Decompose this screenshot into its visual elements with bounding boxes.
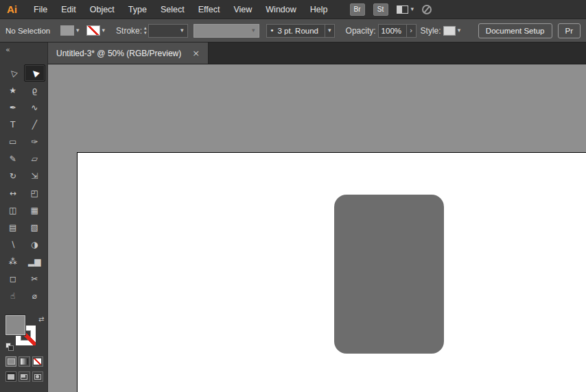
rotate-tool[interactable]: ↻ xyxy=(2,167,24,184)
arrange-documents-icon xyxy=(397,5,408,14)
menu-item-type[interactable]: Type xyxy=(121,5,154,14)
stroke-weight-dropdown[interactable]: ▾ xyxy=(148,24,188,38)
width-tool[interactable]: ↔ xyxy=(2,184,24,201)
width-tool-icon: ↔ xyxy=(10,189,16,197)
stroke-none-swatch-icon xyxy=(86,25,100,36)
opacity-input[interactable] xyxy=(378,24,407,38)
opacity-slider-button[interactable]: › xyxy=(407,24,417,38)
slice-tool[interactable]: ✂ xyxy=(24,270,46,287)
symbol-sprayer-tool-icon: ⁂ xyxy=(9,258,17,266)
line-segment-tool[interactable]: ╱ xyxy=(24,116,46,133)
column-graph-tool[interactable]: ▂▆ xyxy=(24,253,46,270)
artboard-tool-icon: ◻ xyxy=(10,275,16,283)
chevron-down-icon: ▾ xyxy=(252,27,255,34)
zoom-tool[interactable]: ⌀ xyxy=(24,287,46,304)
free-transform-tool-icon: ◰ xyxy=(31,189,38,197)
free-transform-tool[interactable]: ◰ xyxy=(24,184,46,201)
preferences-button[interactable]: Pr xyxy=(558,23,581,38)
style-swatch-icon xyxy=(443,26,456,36)
rounded-rectangle-shape[interactable] xyxy=(334,195,444,354)
canvas[interactable] xyxy=(48,64,586,392)
none-icon xyxy=(34,358,41,365)
magic-wand-tool[interactable]: ★ xyxy=(2,82,24,99)
none-button[interactable] xyxy=(32,356,43,367)
gradient-button[interactable] xyxy=(19,356,30,367)
draw-inside-button[interactable] xyxy=(32,371,43,382)
scale-tool[interactable]: ⇲ xyxy=(24,167,46,184)
menu-item-edit[interactable]: Edit xyxy=(54,5,83,14)
blend-tool[interactable]: ◑ xyxy=(24,236,46,253)
document-tab-bar: Untitled-3* @ 50% (RGB/Preview) × xyxy=(48,42,586,64)
chevron-down-icon: ▾ xyxy=(328,27,331,34)
selection-status-label: No Selection xyxy=(5,27,60,35)
scale-tool-icon: ⇲ xyxy=(31,172,38,180)
menu-item-object[interactable]: Object xyxy=(83,5,121,14)
workspace: Untitled-3* @ 50% (RGB/Preview) × xyxy=(48,42,586,392)
arrange-documents-button[interactable]: ▾ xyxy=(397,5,414,14)
stock-button[interactable]: St xyxy=(373,3,388,16)
menu-item-effect[interactable]: Effect xyxy=(191,5,227,14)
slice-tool-icon: ✂ xyxy=(31,275,38,283)
swap-fill-stroke-button[interactable]: ⇄ xyxy=(38,315,44,323)
app-logo-icon: Ai xyxy=(7,3,17,15)
menu-item-help[interactable]: Help xyxy=(303,5,335,14)
draw-normal-button[interactable] xyxy=(5,371,16,382)
eyedropper-tool[interactable]: ∖ xyxy=(2,236,24,253)
default-stroke-icon xyxy=(8,345,14,351)
artboard[interactable] xyxy=(77,152,586,392)
hand-tool-icon: ☝ xyxy=(10,292,15,300)
variable-width-profile-dropdown[interactable]: ▾ xyxy=(194,24,259,38)
chevron-down-icon: ▾ xyxy=(411,6,414,12)
paintbrush-tool[interactable]: ✑ xyxy=(24,133,46,150)
fill-indicator[interactable] xyxy=(5,315,25,335)
rectangle-tool[interactable]: ▭ xyxy=(2,133,24,150)
tab-close-button[interactable]: × xyxy=(192,48,200,58)
stroke-weight-label: Stroke: xyxy=(116,26,142,36)
brush-definition-caret-button[interactable]: ▾ xyxy=(325,25,334,37)
artboard-tool[interactable]: ◻ xyxy=(2,270,24,287)
graphic-style-dropdown[interactable]: ▾ xyxy=(443,26,461,36)
type-tool-icon: T xyxy=(10,121,15,129)
selection-tool[interactable]: ▶ xyxy=(24,64,46,82)
bridge-button[interactable]: Br xyxy=(350,3,365,16)
fill-swatch-icon xyxy=(60,25,74,36)
opacity-label: Opacity: xyxy=(346,26,376,36)
fill-color-dropdown[interactable]: ▾ xyxy=(60,25,80,36)
hand-tool[interactable]: ☝ xyxy=(2,287,24,304)
default-fill-stroke-button[interactable] xyxy=(5,343,14,352)
app-body: « ▷▶★ϱ✒∿T╱▭✑✎▱↻⇲↔◰◫▦▤▧∖◑⁂▂▆◻✂☝⌀ ⇄ xyxy=(0,42,586,392)
shape-builder-tool[interactable]: ◫ xyxy=(2,201,24,219)
stroke-color-dropdown[interactable]: ▾ xyxy=(86,25,106,36)
tool-grid: ▷▶★ϱ✒∿T╱▭✑✎▱↻⇲↔◰◫▦▤▧∖◑⁂▂▆◻✂☝⌀ xyxy=(0,64,47,304)
direct-selection-tool[interactable]: ▷ xyxy=(2,64,24,82)
document-setup-button[interactable]: Document Setup xyxy=(478,23,552,38)
sync-status-icon[interactable] xyxy=(422,5,432,14)
gradient-tool[interactable]: ▧ xyxy=(24,219,46,236)
brush-preview-dot-icon: • xyxy=(270,27,274,34)
pen-tool[interactable]: ✒ xyxy=(2,99,24,116)
type-tool[interactable]: T xyxy=(2,116,24,133)
style-label: Style: xyxy=(421,26,441,36)
document-tab[interactable]: Untitled-3* @ 50% (RGB/Preview) × xyxy=(48,42,209,64)
eraser-tool[interactable]: ▱ xyxy=(24,150,46,167)
stroke-weight-stepper[interactable]: ▴ ▾ xyxy=(144,26,147,36)
lasso-tool[interactable]: ϱ xyxy=(24,82,46,99)
gradient-tool-icon: ▧ xyxy=(31,223,38,232)
menu-item-view[interactable]: View xyxy=(226,5,259,14)
menu-item-file[interactable]: File xyxy=(27,5,54,14)
menu-item-select[interactable]: Select xyxy=(154,5,191,14)
symbol-sprayer-tool[interactable]: ⁂ xyxy=(2,253,24,270)
direct-selection-tool-icon: ▷ xyxy=(8,68,18,78)
pen-tool-icon: ✒ xyxy=(10,103,16,112)
perspective-grid-tool[interactable]: ▦ xyxy=(24,201,46,219)
color-icon xyxy=(8,358,15,365)
menu-item-window[interactable]: Window xyxy=(259,5,303,14)
draw-behind-button[interactable] xyxy=(19,371,30,382)
collapse-panel-button[interactable]: « xyxy=(0,42,47,64)
pencil-tool[interactable]: ✎ xyxy=(2,150,24,167)
brush-definition-dropdown[interactable]: • 3 pt. Round ▾ xyxy=(266,24,335,38)
stepper-down-icon[interactable]: ▾ xyxy=(144,31,147,36)
curvature-tool[interactable]: ∿ xyxy=(24,99,46,116)
mesh-tool[interactable]: ▤ xyxy=(2,219,24,236)
color-button[interactable] xyxy=(5,356,16,367)
